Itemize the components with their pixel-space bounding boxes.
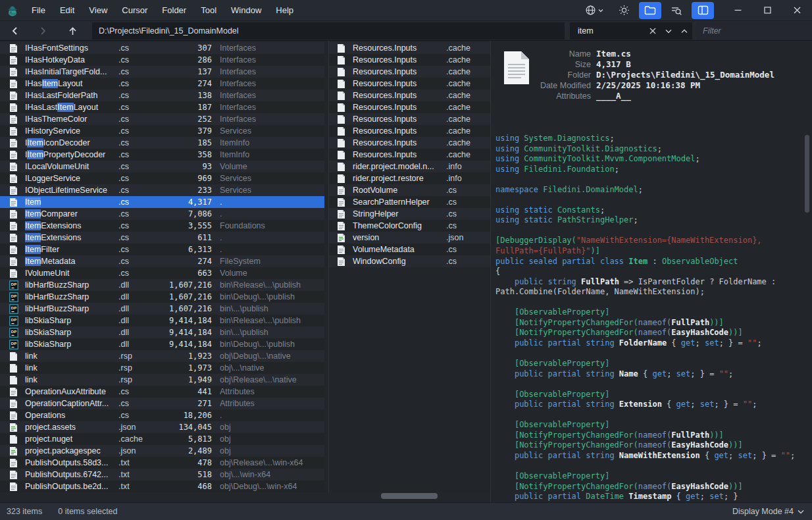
preview-panel-button[interactable]	[692, 2, 714, 19]
file-name: libSkiaSharp	[25, 328, 118, 337]
file-row[interactable]: ThemeColorConfig.cs	[329, 220, 490, 232]
file-extension: .rsp	[118, 351, 158, 361]
file-row[interactable]: IHasItemLayout.cs274Interfaces	[0, 78, 324, 90]
menu-file[interactable]: File	[24, 0, 53, 20]
file-row[interactable]: link.rsp1,973obj\...\native	[0, 362, 324, 374]
file-folder-tag: .	[220, 245, 324, 254]
menu-cursor[interactable]: Cursor	[114, 0, 155, 20]
file-row[interactable]: DPlibSkiaSharp.dll9,414,184bin\...\publi…	[0, 326, 324, 338]
file-row[interactable]: project.nuget.cache5,813obj	[0, 433, 324, 445]
file-row[interactable]: ItemExtensions.cs611.	[0, 232, 324, 244]
file-row[interactable]: Item.cs4,317.	[0, 196, 324, 208]
file-row[interactable]: link.rsp1,949obj\Release\...\native	[0, 374, 324, 386]
file-row[interactable]: DPlibHarfBuzzSharp.dll1,607,216bin\Relea…	[0, 279, 324, 291]
display-mode-selector[interactable]: Display Mode #4	[732, 507, 804, 516]
file-row[interactable]: OperationAuxAttribute.cs441Attributes	[0, 386, 324, 398]
menu-window[interactable]: Window	[224, 0, 268, 20]
file-folder-tag: Interfaces	[220, 79, 324, 88]
filter-input[interactable]	[696, 22, 812, 39]
search-next-button[interactable]	[661, 22, 676, 39]
forward-button[interactable]	[33, 22, 53, 39]
file-row[interactable]: SearchPatternHelper.cs	[329, 196, 490, 208]
search-input[interactable]	[570, 26, 645, 36]
language-globe-button[interactable]	[580, 2, 609, 19]
file-row[interactable]: Resources.Inputs.cache	[329, 101, 490, 113]
address-bar-input[interactable]	[92, 22, 565, 39]
search-previous-button[interactable]	[676, 22, 692, 39]
menu-tool[interactable]: Tool	[193, 0, 224, 20]
file-row[interactable]: DPlibSkiaSharp.dll9,414,184bin\Release\.…	[0, 315, 324, 326]
file-row[interactable]: IItemIconDecoder.cs185ItemInfo	[0, 137, 324, 149]
file-row[interactable]: ItemFilter.cs6,313.	[0, 244, 324, 255]
vertical-scrollbar[interactable]	[805, 135, 809, 496]
file-size: 1,607,216	[158, 280, 212, 290]
close-button[interactable]	[782, 0, 812, 21]
code-line: public sealed partial class Item : Obser…	[495, 257, 803, 267]
file-row[interactable]: IHasInitialTargetFold....cs137Interfaces	[0, 66, 324, 78]
file-type-icon: DP	[9, 292, 18, 302]
file-row[interactable]: ItemExtensions.cs3,555Foundations	[0, 220, 324, 232]
selected-count: 0 items selected	[58, 507, 117, 516]
file-row[interactable]: ItemMetadata.cs274FileSystem	[0, 255, 324, 267]
file-row[interactable]: IHasFontSettings.cs307Interfaces	[0, 42, 324, 54]
file-row[interactable]: IHasLastFolderPath.cs138Interfaces	[0, 90, 324, 101]
file-row[interactable]: Resources.Inputs.cache	[329, 66, 490, 78]
file-row[interactable]: IVolumeUnit.cs663Volume	[0, 267, 324, 279]
file-row[interactable]: IHasLastItemLayout.cs187Interfaces	[0, 101, 324, 113]
file-row[interactable]: VolumeMetadata.cs	[329, 244, 490, 255]
menu-help[interactable]: Help	[268, 0, 301, 20]
file-row[interactable]: Resources.Inputs.cache	[329, 42, 490, 54]
file-row[interactable]: IObjectLifetimeService.cs233Services	[0, 184, 324, 196]
file-row[interactable]: project.assets.json134,045obj	[0, 421, 324, 433]
file-row[interactable]: Resources.Inputs.cache	[329, 113, 490, 125]
file-row[interactable]: version.json	[329, 232, 490, 244]
file-row[interactable]: PublishOutputs.6742....txt518obj\...\win…	[0, 469, 324, 481]
vertical-scrollbar-thumb[interactable]	[805, 135, 809, 213]
file-row[interactable]: ILoggerService.cs969Services	[0, 172, 324, 184]
file-row[interactable]: Resources.Inputs.cache	[329, 125, 490, 137]
horizontal-scrollbar[interactable]	[0, 492, 490, 500]
file-row[interactable]: project.packagespec.json2,489obj	[0, 445, 324, 457]
file-row[interactable]: DPlibSkiaSharp.dll9,414,184bin\Debug\...…	[0, 338, 324, 350]
file-folder-tag: Interfaces	[220, 67, 324, 76]
brightness-toggle-button[interactable]	[613, 2, 635, 19]
horizontal-scrollbar-thumb[interactable]	[381, 493, 438, 499]
file-row[interactable]: RootVolume.cs	[329, 184, 490, 196]
file-row[interactable]: IItemPropertyDecoder.cs358ItemInfo	[0, 149, 324, 161]
back-button[interactable]	[5, 22, 25, 39]
file-row[interactable]: WindowConfig.cs	[329, 255, 490, 267]
file-row[interactable]: PublishOutputs.58d3....txt478obj\Release…	[0, 457, 324, 469]
file-row[interactable]: ItemComparer.cs7,086.	[0, 208, 324, 220]
file-row[interactable]: Resources.Inputs.cache	[329, 90, 490, 101]
file-row[interactable]: Resources.Inputs.cache	[329, 149, 490, 161]
up-button[interactable]	[63, 22, 82, 39]
file-type-icon: DP	[9, 316, 18, 326]
file-row[interactable]: IHasThemeColor.cs252Interfaces	[0, 113, 324, 125]
file-row[interactable]: IHistoryService.cs379Services	[0, 125, 324, 137]
file-row[interactable]: Resources.Inputs.cache	[329, 54, 490, 66]
file-row[interactable]: DPlibHarfBuzzSharp.dll1,607,216bin\...\p…	[0, 303, 324, 315]
file-row[interactable]: OperationCaptionAttr....cs271Attributes	[0, 398, 324, 409]
file-row[interactable]: IHasHotkeyData.cs286Interfaces	[0, 54, 324, 66]
clear-search-button[interactable]	[645, 22, 661, 39]
file-size: 2,489	[158, 446, 212, 455]
file-row[interactable]: rider.project.model.n....info	[329, 161, 490, 172]
menu-folder[interactable]: Folder	[155, 0, 193, 20]
file-row[interactable]: Resources.Inputs.cache	[329, 137, 490, 149]
menu-view[interactable]: View	[82, 0, 114, 20]
code-line	[495, 461, 803, 472]
file-row[interactable]: PublishOutputs.be2d....txt468obj\Debug\.…	[0, 481, 324, 492]
file-row[interactable]: Operations.cs18,206.	[0, 409, 324, 421]
file-row[interactable]: StringHelper.cs	[329, 208, 490, 220]
minimize-button[interactable]	[723, 0, 753, 21]
menu-edit[interactable]: Edit	[53, 0, 82, 20]
file-row[interactable]: ILocalVolumeUnit.cs93Volume	[0, 161, 324, 172]
search-panel-button[interactable]	[665, 2, 688, 19]
folder-pane-button[interactable]	[639, 2, 661, 19]
file-row[interactable]: DPlibHarfBuzzSharp.dll1,607,216bin\Debug…	[0, 291, 324, 303]
maximize-button[interactable]	[753, 0, 782, 21]
file-row[interactable]: rider.project.restore.info	[329, 172, 490, 184]
file-type-icon	[9, 79, 18, 89]
file-row[interactable]: link.rsp1,923obj\Debug\...\native	[0, 350, 324, 362]
file-row[interactable]: Resources.Inputs.cache	[329, 78, 490, 90]
